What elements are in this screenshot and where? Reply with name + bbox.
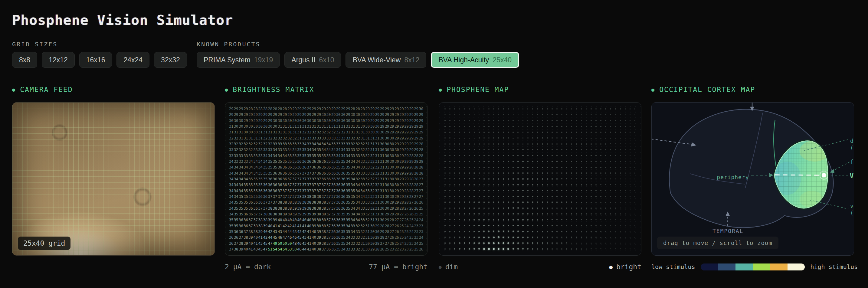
- matrix-cell: 35: [350, 171, 355, 175]
- product-button-prima[interactable]: PRIMA System19x19: [197, 52, 280, 68]
- phosphene-dot: [482, 165, 487, 169]
- phosphene-dot: [632, 189, 638, 193]
- phosphene-dot: [535, 113, 540, 117]
- matrix-cell: 39: [248, 235, 253, 239]
- phosphene-dot: [555, 113, 559, 117]
- product-button-bva-high-acuity[interactable]: BVA High-Acuity25x40: [431, 52, 519, 68]
- phosphene-dot: [477, 224, 482, 228]
- phosphene-dot: [555, 189, 559, 193]
- matrix-cell: 29: [380, 124, 384, 128]
- matrix-cell: 35: [302, 148, 307, 152]
- matrix-cell: 25: [404, 230, 409, 233]
- phosphene-dot: [559, 165, 564, 169]
- grid-size-button-16x16[interactable]: 16x16: [79, 52, 112, 68]
- phosphene-dot: [526, 224, 530, 228]
- grid-size-button-8x8[interactable]: 8x8: [12, 52, 37, 68]
- matrix-cell: 28: [409, 154, 413, 158]
- phosphene-dot: [506, 142, 511, 146]
- matrix-cell: 36: [336, 200, 341, 204]
- phosphene-dot: [559, 241, 564, 245]
- cortex-map-canvas[interactable]: periphery d ( f v ( V TEMPORAL: [652, 102, 854, 256]
- phosphene-dot: [530, 119, 535, 123]
- phosphene-dot: [569, 142, 574, 146]
- matrix-cell: 30: [277, 119, 282, 123]
- phosphene-dot: [540, 212, 545, 216]
- matrix-cell: 30: [370, 224, 375, 228]
- matrix-cell: 30: [375, 130, 380, 134]
- phosphene-dot: [535, 189, 540, 193]
- dorsal-label2-clipped: (: [850, 145, 854, 151]
- matrix-cell: 38: [263, 218, 268, 222]
- matrix-cell: 30: [268, 124, 273, 128]
- matrix-cell: 33: [229, 148, 234, 152]
- phosphene-dot: [491, 241, 496, 245]
- phosphene-dot: [594, 229, 598, 233]
- matrix-cell: 33: [253, 148, 258, 152]
- matrix-cell: 29: [394, 200, 399, 204]
- phosphene-dot: [555, 171, 559, 175]
- phosphene-dot: [457, 124, 462, 129]
- matrix-cell: 31: [380, 189, 384, 193]
- phosphene-dot: [506, 107, 511, 111]
- phosphene-dot: [550, 194, 555, 198]
- matrix-cell: 36: [312, 165, 316, 169]
- matrix-cell: 36: [287, 171, 292, 175]
- matrix-cell: 31: [360, 136, 365, 140]
- matrix-cell: 31: [355, 124, 360, 128]
- fovea-dot[interactable]: [822, 173, 826, 178]
- matrix-cell: 33: [360, 171, 365, 175]
- phosphene-dot: [472, 200, 477, 204]
- grid-size-button-32x32[interactable]: 32x32: [154, 52, 187, 68]
- matrix-cell: 35: [248, 183, 253, 187]
- matrix-cell: 37: [321, 247, 326, 251]
- matrix-cell: 32: [360, 148, 365, 152]
- matrix-cell: 29: [370, 119, 375, 123]
- matrix-cell: 39: [243, 242, 248, 245]
- phosphene-dot: [632, 183, 638, 187]
- matrix-cell: 33: [243, 159, 248, 163]
- matrix-cell: 35: [307, 154, 312, 158]
- grid-size-button-12x12[interactable]: 12x12: [42, 52, 75, 68]
- occipital-cortex-panel[interactable]: periphery d ( f v ( V TEMPORAL drag to m…: [651, 102, 854, 256]
- matrix-cell: 25: [414, 247, 419, 251]
- matrix-cell: 35: [316, 148, 321, 152]
- matrix-cell: 29: [268, 119, 273, 123]
- matrix-cell: 30: [370, 235, 375, 239]
- phosphene-dot: [467, 142, 472, 146]
- phosphene-dot: [511, 142, 516, 146]
- phosphene-dot: [516, 235, 520, 239]
- phosphene-dot: [594, 183, 598, 187]
- phosphene-dot: [603, 136, 608, 140]
- matrix-cell: 27: [414, 194, 419, 198]
- matrix-cell: 36: [331, 235, 336, 239]
- matrix-cell: 35: [316, 154, 321, 158]
- matrix-cell: 29: [229, 113, 234, 117]
- matrix-cell: 35: [248, 189, 253, 193]
- phosphene-dot: [584, 224, 589, 228]
- grid-size-button-24x24[interactable]: 24x24: [117, 52, 150, 68]
- matrix-cell: 33: [321, 136, 326, 140]
- matrix-cell: 30: [302, 119, 307, 123]
- phosphene-dot: [457, 119, 462, 123]
- matrix-cell: 31: [229, 124, 234, 128]
- phosphene-dot: [535, 224, 540, 228]
- matrix-cell: 36: [331, 171, 336, 175]
- phosphene-dot: [559, 130, 564, 134]
- product-button-bva-wide-view[interactable]: BVA Wide-View8x12: [345, 52, 426, 68]
- matrix-cell: 34: [292, 148, 297, 152]
- phosphene-dot: [501, 107, 506, 111]
- phosphene-dot: [472, 212, 477, 216]
- phosphene-dot: [506, 171, 511, 175]
- matrix-cell: 30: [350, 113, 355, 117]
- phosphene-dot: [623, 229, 627, 233]
- phosphene-dot: [467, 183, 472, 187]
- matrix-cell: 35: [287, 159, 292, 163]
- matrix-cell: 36: [243, 224, 248, 228]
- phosphene-dot: [569, 241, 574, 245]
- matrix-cell: 31: [277, 130, 282, 134]
- phosphene-dot: [594, 177, 598, 181]
- phosphene-dot: [608, 136, 613, 140]
- matrix-cell: 34: [355, 194, 360, 198]
- matrix-cell: 33: [360, 206, 365, 210]
- product-button-argus[interactable]: Argus II6x10: [284, 52, 341, 68]
